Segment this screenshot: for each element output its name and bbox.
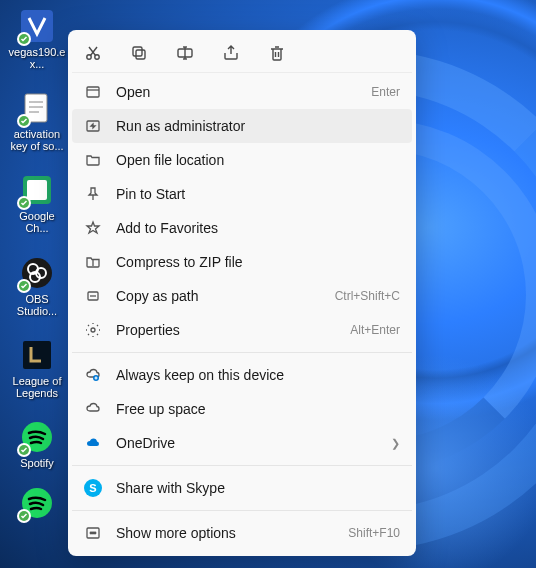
share-button[interactable] — [220, 42, 242, 64]
menu-label: Compress to ZIP file — [116, 254, 400, 270]
vegas-icon — [19, 8, 55, 44]
menu-item-always-keep[interactable]: Always keep on this device — [72, 358, 412, 392]
svg-rect-8 — [27, 180, 47, 200]
svg-rect-15 — [23, 341, 51, 369]
desktop-icon-label: vegas190.ex... — [8, 46, 66, 70]
menu-item-pin-start[interactable]: Pin to Start — [72, 177, 412, 211]
menu-label: Run as administrator — [116, 118, 400, 134]
menu-item-copy-path[interactable]: Copy as path Ctrl+Shift+C — [72, 279, 412, 313]
menu-label: OneDrive — [116, 435, 377, 451]
spotify-icon — [19, 419, 55, 455]
menu-item-skype[interactable]: S Share with Skype — [72, 471, 412, 505]
desktop-icons-column: vegas190.ex... activation key of so... G… — [8, 8, 66, 521]
desktop-icon-label: League of Legends — [8, 375, 66, 399]
copy-path-icon — [84, 287, 102, 305]
menu-item-open-location[interactable]: Open file location — [72, 143, 412, 177]
menu-item-more-options[interactable]: Show more options Shift+F10 — [72, 516, 412, 550]
desktop-icon-vegas[interactable]: vegas190.ex... — [8, 8, 66, 70]
notepad-icon — [19, 90, 55, 126]
menu-label: Open — [116, 84, 357, 100]
cloud-keep-icon — [84, 366, 102, 384]
obs-icon — [19, 255, 55, 291]
folder-icon — [84, 151, 102, 169]
menu-label: Add to Favorites — [116, 220, 400, 236]
menu-label: Free up space — [116, 401, 400, 417]
menu-label: Pin to Start — [116, 186, 400, 202]
menu-label: Show more options — [116, 525, 334, 541]
cut-button[interactable] — [82, 42, 104, 64]
context-menu: Open Enter Run as administrator Open fil… — [68, 30, 416, 556]
menu-label: Always keep on this device — [116, 367, 400, 383]
open-icon — [84, 83, 102, 101]
cloud-free-icon — [84, 400, 102, 418]
svg-rect-25 — [136, 50, 145, 59]
desktop-icon-label: activation key of so... — [8, 128, 66, 152]
menu-item-properties[interactable]: Properties Alt+Enter — [72, 313, 412, 347]
menu-label: Open file location — [116, 152, 400, 168]
chrome-icon — [19, 172, 55, 208]
skype-icon: S — [84, 479, 102, 497]
menu-item-free-space[interactable]: Free up space — [72, 392, 412, 426]
desktop-icon-activation[interactable]: activation key of so... — [8, 90, 66, 152]
onedrive-icon — [84, 434, 102, 452]
svg-rect-24 — [133, 47, 142, 56]
properties-icon — [84, 321, 102, 339]
menu-item-compress[interactable]: Compress to ZIP file — [72, 245, 412, 279]
desktop-icon-spotify[interactable]: Spotify — [8, 419, 66, 469]
menu-label: Properties — [116, 322, 336, 338]
pin-icon — [84, 185, 102, 203]
menu-divider — [72, 510, 412, 511]
lol-icon — [19, 337, 55, 373]
menu-divider — [72, 352, 412, 353]
more-icon — [84, 524, 102, 542]
menu-shortcut: Alt+Enter — [350, 323, 400, 337]
desktop-icon-lol[interactable]: League of Legends — [8, 337, 66, 399]
star-icon — [84, 219, 102, 237]
menu-label: Copy as path — [116, 288, 321, 304]
chevron-right-icon: ❯ — [391, 437, 400, 450]
menu-item-run-as-admin[interactable]: Run as administrator — [72, 109, 412, 143]
rename-button[interactable] — [174, 42, 196, 64]
copy-button[interactable] — [128, 42, 150, 64]
zip-icon — [84, 253, 102, 271]
svg-point-35 — [91, 328, 95, 332]
desktop-icon-partial[interactable] — [8, 489, 66, 521]
menu-shortcut: Ctrl+Shift+C — [335, 289, 400, 303]
menu-item-open[interactable]: Open Enter — [72, 75, 412, 109]
svg-point-40 — [94, 532, 96, 534]
desktop-icon-label: Spotify — [20, 457, 54, 469]
menu-item-favorites[interactable]: Add to Favorites — [72, 211, 412, 245]
admin-icon — [84, 117, 102, 135]
context-menu-toolbar — [72, 34, 412, 73]
menu-divider — [72, 465, 412, 466]
menu-shortcut: Shift+F10 — [348, 526, 400, 540]
menu-label: Share with Skype — [116, 480, 400, 496]
spotify-icon — [19, 485, 55, 521]
desktop-icon-obs[interactable]: OBS Studio... — [8, 255, 66, 317]
menu-shortcut: Enter — [371, 85, 400, 99]
desktop-icon-label: Google Ch... — [8, 210, 66, 234]
svg-rect-30 — [87, 87, 99, 97]
delete-button[interactable] — [266, 42, 288, 64]
desktop-icon-chrome[interactable]: Google Ch... — [8, 172, 66, 234]
menu-item-onedrive[interactable]: OneDrive ❯ — [72, 426, 412, 460]
desktop-icon-label: OBS Studio... — [8, 293, 66, 317]
